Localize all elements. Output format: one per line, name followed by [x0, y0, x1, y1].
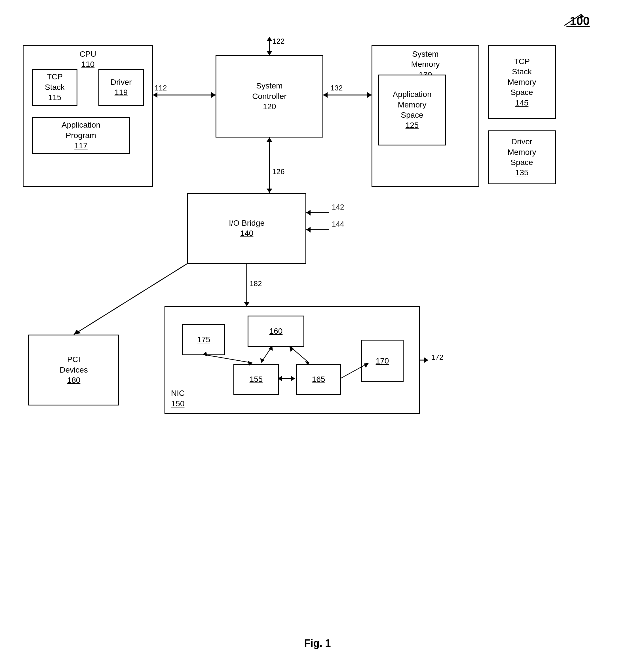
- box-170-label: 170: [376, 356, 389, 366]
- svg-marker-19: [244, 302, 249, 306]
- box-165-label: 165: [312, 374, 325, 384]
- driver-cpu-label: Driver119: [111, 77, 132, 98]
- svg-marker-17: [306, 227, 310, 232]
- box-160: 160: [247, 316, 304, 347]
- svg-marker-15: [306, 210, 310, 216]
- io-bridge-label: I/O Bridge140: [229, 218, 265, 239]
- nic-box: NIC150 175 160 155 165 170: [165, 306, 420, 414]
- svg-marker-6: [367, 92, 372, 98]
- corner-ref-100: 110 100: [547, 14, 590, 28]
- box-155: 155: [234, 364, 279, 395]
- svg-marker-7: [323, 92, 328, 98]
- tcp-stack-mem-label: TCPStackMemorySpace145: [507, 57, 536, 108]
- svg-marker-3: [211, 92, 216, 98]
- pci-devices-box: PCIDevices180: [28, 335, 119, 405]
- svg-marker-37: [424, 357, 428, 363]
- label-182: 182: [249, 279, 262, 288]
- nic-label: NIC150: [171, 388, 184, 409]
- svg-marker-4: [153, 92, 157, 98]
- label-142: 142: [332, 203, 344, 211]
- label-112: 112: [155, 84, 167, 92]
- driver-mem-space-label: DriverMemorySpace135: [507, 137, 536, 178]
- tcp-stack-cpu-box: TCPStack115: [32, 69, 78, 106]
- box-165: 165: [296, 364, 341, 395]
- svg-marker-12: [267, 188, 272, 193]
- pci-devices-label: PCIDevices180: [60, 354, 88, 385]
- system-memory-box: SystemMemory130 ApplicationMemorySpace12…: [372, 45, 479, 187]
- cpu-label: CPU110: [80, 50, 96, 69]
- svg-marker-21: [74, 330, 81, 335]
- label-126: 126: [272, 167, 284, 176]
- label-132: 132: [330, 84, 343, 92]
- figure-title: Fig. 1: [0, 637, 635, 649]
- system-controller-box: SystemController120: [216, 55, 323, 137]
- tcp-stack-cpu-label: TCPStack115: [45, 72, 65, 103]
- svg-marker-10: [267, 51, 272, 55]
- app-mem-space-label: ApplicationMemorySpace125: [393, 89, 432, 131]
- io-bridge-box: I/O Bridge140: [187, 193, 306, 264]
- svg-marker-9: [267, 37, 272, 41]
- app-program-cpu-label: ApplicationProgram117: [62, 120, 101, 151]
- box-175: 175: [182, 324, 225, 355]
- box-175-label: 175: [197, 335, 211, 345]
- diagram-container: 110 100: [0, 0, 635, 672]
- system-controller-label: SystemController120: [252, 81, 286, 112]
- box-155-label: 155: [249, 374, 263, 384]
- box-160-label: 160: [269, 326, 283, 336]
- tcp-stack-mem-box: TCPStackMemorySpace145: [488, 45, 556, 119]
- driver-mem-space-box: DriverMemorySpace135: [488, 130, 556, 184]
- driver-cpu-box: Driver119: [98, 69, 144, 106]
- svg-marker-13: [267, 137, 272, 142]
- label-122: 122: [272, 37, 284, 46]
- app-program-cpu-box: ApplicationProgram117: [32, 117, 130, 154]
- label-144: 144: [332, 220, 344, 228]
- label-172: 172: [431, 353, 443, 362]
- cpu-box: CPU110 TCPStack115 Driver119 Application…: [23, 45, 153, 187]
- app-mem-space-box: ApplicationMemorySpace125: [378, 74, 446, 145]
- box-170: 170: [361, 340, 403, 382]
